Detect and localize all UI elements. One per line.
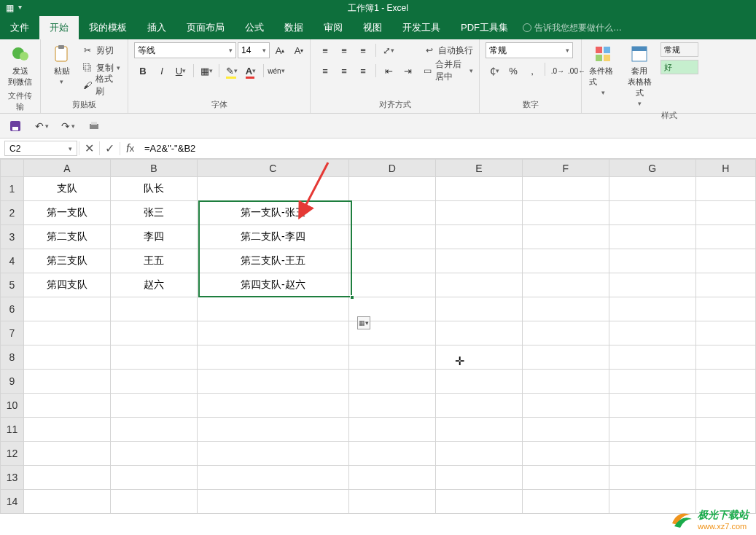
align-center-button[interactable]: ≡	[335, 63, 353, 79]
paste-button[interactable]: 粘贴 ▾	[47, 42, 77, 87]
cell-G12[interactable]	[609, 442, 695, 466]
cell-B12[interactable]	[110, 442, 197, 466]
cell-D4[interactable]	[348, 249, 435, 273]
cell-A8[interactable]	[23, 345, 110, 370]
cell-H12[interactable]	[695, 442, 755, 466]
cell-G13[interactable]	[609, 466, 695, 490]
format-painter-button[interactable]: 🖌格式刷	[82, 77, 122, 93]
align-top-button[interactable]: ≡	[316, 42, 334, 58]
cell-E10[interactable]	[435, 394, 522, 418]
cell-F9[interactable]	[522, 370, 609, 394]
cell-D3[interactable]	[348, 225, 435, 249]
cell-G3[interactable]	[609, 225, 695, 249]
cell-D9[interactable]	[348, 370, 435, 394]
cell-G10[interactable]	[609, 394, 695, 418]
menu-item-插入[interactable]: 插入	[137, 16, 176, 39]
increase-indent-button[interactable]: ⇥	[399, 63, 416, 79]
cell-B14[interactable]	[110, 490, 197, 514]
menu-item-视图[interactable]: 视图	[353, 16, 392, 39]
cell-D5[interactable]	[348, 273, 435, 297]
undo-button[interactable]: ↶▾	[34, 118, 50, 134]
cell-H8[interactable]	[695, 345, 755, 370]
percent-button[interactable]: %	[504, 63, 522, 79]
align-right-button[interactable]: ≡	[354, 63, 372, 79]
print-preview-button[interactable]	[86, 118, 102, 134]
font-name-combo[interactable]: 等线▾	[134, 42, 236, 58]
cell-H11[interactable]	[695, 418, 755, 442]
row-header-14[interactable]: 14	[1, 490, 24, 514]
cell-A1[interactable]: 支队	[23, 177, 110, 201]
style-good[interactable]: 好	[660, 60, 698, 74]
cell-E11[interactable]	[435, 418, 522, 442]
phonetic-button[interactable]: wén▾	[268, 63, 285, 79]
cell-H10[interactable]	[695, 394, 755, 418]
cell-E7[interactable]	[435, 321, 522, 345]
cell-E1[interactable]	[435, 177, 522, 201]
cell-E14[interactable]	[435, 490, 522, 514]
cell-A12[interactable]	[23, 442, 110, 466]
accounting-format-button[interactable]: ₵▾	[486, 63, 503, 79]
align-middle-button[interactable]: ≡	[335, 42, 353, 58]
redo-button[interactable]: ↷▾	[60, 118, 76, 134]
cell-C12[interactable]	[197, 442, 348, 466]
wrap-text-button[interactable]: ↩自动换行	[424, 42, 473, 58]
cell-A2[interactable]: 第一支队	[23, 201, 110, 225]
row-header-10[interactable]: 10	[1, 394, 24, 418]
row-header-13[interactable]: 13	[1, 466, 24, 490]
cell-C9[interactable]	[197, 370, 348, 394]
cell-A7[interactable]	[23, 321, 110, 345]
cell-E9[interactable]	[435, 370, 522, 394]
cell-B4[interactable]: 王五	[110, 249, 197, 273]
col-header-G[interactable]: G	[609, 160, 695, 177]
send-to-wechat-button[interactable]: 发送 到微信	[6, 42, 34, 89]
cell-E2[interactable]	[435, 201, 522, 225]
cell-A5[interactable]: 第四支队	[23, 273, 110, 297]
cell-B7[interactable]	[110, 321, 197, 345]
cut-button[interactable]: ✂剪切	[82, 42, 122, 58]
col-header-F[interactable]: F	[522, 160, 609, 177]
cell-B2[interactable]: 张三	[110, 201, 197, 225]
cell-D12[interactable]	[348, 442, 435, 466]
cell-B3[interactable]: 李四	[110, 225, 197, 249]
menu-item-数据[interactable]: 数据	[274, 16, 313, 39]
spreadsheet-grid[interactable]: ABCDEFGH1支队队长2第一支队张三第一支队-张三3第二支队李四第二支队-李…	[0, 159, 756, 522]
cell-E6[interactable]	[435, 297, 522, 321]
style-normal[interactable]: 常规	[660, 42, 698, 57]
menu-item-PDF工具集[interactable]: PDF工具集	[451, 16, 518, 39]
cell-F14[interactable]	[522, 490, 609, 514]
align-bottom-button[interactable]: ≡	[354, 42, 372, 58]
row-header-2[interactable]: 2	[1, 201, 24, 225]
cell-H1[interactable]	[695, 177, 755, 201]
cell-H9[interactable]	[695, 370, 755, 394]
cell-F4[interactable]	[522, 249, 609, 273]
number-format-combo[interactable]: 常规▾	[486, 42, 573, 58]
cell-C13[interactable]	[197, 466, 348, 490]
cell-B9[interactable]	[110, 370, 197, 394]
cell-B5[interactable]: 赵六	[110, 273, 197, 297]
increase-decimal-button[interactable]: .0→	[549, 63, 566, 79]
cell-A3[interactable]: 第二支队	[23, 225, 110, 249]
qat-dropdown-icon[interactable]: ▾	[18, 3, 22, 13]
cancel-formula-button[interactable]: ✕	[79, 141, 99, 155]
cell-G8[interactable]	[609, 345, 695, 370]
cell-G6[interactable]	[609, 297, 695, 321]
cell-C5[interactable]: 第四支队-赵六	[197, 273, 348, 297]
font-color-button[interactable]: A▾	[242, 63, 260, 79]
row-header-5[interactable]: 5	[1, 273, 24, 297]
cell-D1[interactable]	[348, 177, 435, 201]
enter-formula-button[interactable]: ✓	[99, 141, 120, 155]
cell-B1[interactable]: 队长	[110, 177, 197, 201]
row-header-7[interactable]: 7	[1, 321, 24, 345]
cell-B11[interactable]	[110, 418, 197, 442]
cell-C7[interactable]	[197, 321, 348, 345]
cell-H2[interactable]	[695, 201, 755, 225]
cell-E13[interactable]	[435, 466, 522, 490]
decrease-indent-button[interactable]: ⇤	[380, 63, 397, 79]
cell-H13[interactable]	[695, 466, 755, 490]
cell-C1[interactable]	[197, 177, 348, 201]
row-header-4[interactable]: 4	[1, 249, 24, 273]
cell-H5[interactable]	[695, 273, 755, 297]
row-header-8[interactable]: 8	[1, 345, 24, 370]
cell-F6[interactable]	[522, 297, 609, 321]
merge-center-button[interactable]: ▭合并后居中▾	[424, 63, 473, 79]
